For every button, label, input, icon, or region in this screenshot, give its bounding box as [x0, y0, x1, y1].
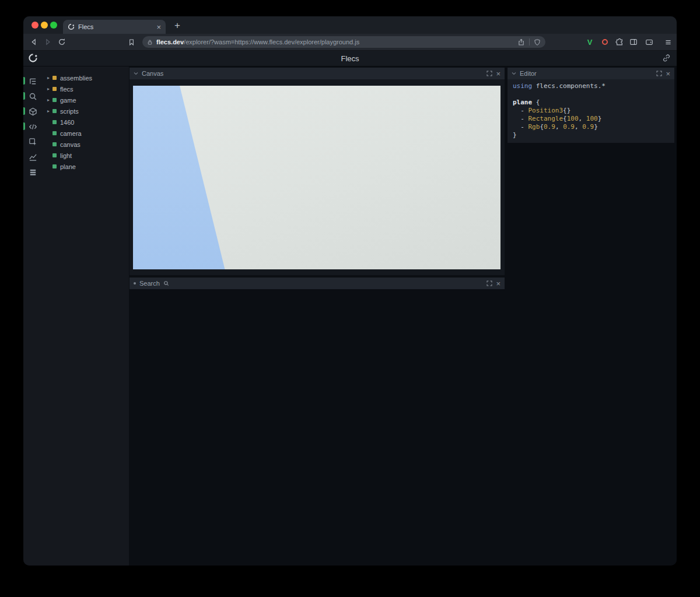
link-icon[interactable]	[662, 54, 671, 62]
expand-icon[interactable]	[487, 280, 492, 286]
screen: Flecs × + flecs.dev/explor	[0, 0, 700, 597]
close-window-button[interactable]	[32, 22, 38, 29]
expand-arrow-icon[interactable]: ▸	[47, 86, 52, 92]
minimize-window-button[interactable]	[41, 22, 48, 29]
extension-v-icon[interactable]: V	[584, 37, 595, 47]
search-panel-title: Search	[139, 280, 160, 287]
editor-panel: Editor × using flecs.components.* plane …	[508, 68, 674, 143]
url-domain: flecs.dev	[156, 38, 184, 45]
sidebar-toggle-icon[interactable]	[628, 37, 639, 47]
expand-arrow-icon[interactable]: ▸	[47, 108, 52, 114]
page-title: Flecs	[23, 51, 677, 66]
entity-color-swatch	[52, 131, 57, 135]
entity-color-swatch	[52, 98, 57, 102]
editor-code[interactable]: using flecs.components.* plane { - Posit…	[508, 79, 674, 143]
expand-arrow-icon[interactable]: ▸	[47, 75, 52, 80]
browser-tab[interactable]: Flecs ×	[63, 20, 166, 34]
entity-label: scripts	[60, 108, 79, 115]
stats-icon[interactable]	[23, 164, 42, 180]
menu-icon[interactable]	[663, 37, 673, 47]
canvas-viewport[interactable]	[133, 86, 501, 269]
entity-label: light	[60, 152, 72, 159]
entity-label: plane	[60, 163, 76, 170]
tab-title: Flecs	[78, 23, 153, 30]
canvas-panel-header: Canvas ×	[130, 68, 505, 79]
code-line: }	[513, 131, 669, 139]
collapsed-dot-icon[interactable]	[134, 282, 136, 285]
chevron-down-icon[interactable]	[512, 72, 516, 75]
close-icon[interactable]: ×	[496, 280, 501, 287]
close-icon[interactable]: ×	[666, 70, 670, 78]
tree-item-assemblies[interactable]: ▸assemblies	[42, 72, 129, 83]
entity-label: flecs	[60, 86, 74, 93]
chart-icon[interactable]	[23, 149, 42, 164]
forward-icon[interactable]	[43, 37, 53, 47]
active-indicator	[23, 92, 25, 100]
entity-label: canvas	[60, 141, 80, 148]
nav-bar: flecs.dev/explorer/?wasm=https://www.fle…	[23, 34, 677, 51]
code-line: - Rgb{0.9, 0.9, 0.9}	[513, 123, 669, 131]
extensions-puzzle-icon[interactable]	[614, 37, 625, 47]
lock-icon	[147, 39, 153, 45]
share-icon[interactable]	[517, 38, 525, 46]
active-indicator	[23, 107, 25, 115]
entity-label: game	[60, 97, 76, 104]
code-line: plane {	[513, 99, 669, 107]
entity-label: 1460	[60, 119, 74, 126]
entity-color-swatch	[52, 76, 57, 80]
expand-icon[interactable]	[656, 71, 662, 76]
tree-item-light[interactable]: light	[42, 150, 129, 161]
bookmark-icon[interactable]	[126, 37, 136, 47]
divider	[529, 38, 530, 45]
cube-icon[interactable]	[23, 104, 42, 119]
search-icon[interactable]	[23, 89, 42, 104]
scene-sky	[133, 86, 501, 269]
entity-color-swatch	[52, 87, 57, 91]
magnifier-icon	[163, 280, 169, 286]
url-text: flecs.dev/explorer/?wasm=https://www.fle…	[156, 38, 514, 45]
zoom-window-button[interactable]	[50, 22, 57, 29]
tree-icon[interactable]	[23, 73, 42, 89]
page-body: ▸assemblies▸flecs▸game▸scripts1460camera…	[23, 66, 677, 566]
page: Flecs	[23, 51, 677, 566]
chevron-down-icon[interactable]	[134, 72, 138, 75]
back-icon[interactable]	[29, 37, 39, 47]
window-controls	[32, 22, 57, 29]
url-path: /explorer/?wasm=https://www.flecs.dev/ex…	[184, 38, 359, 45]
search-panel-header: Search ×	[130, 278, 505, 289]
tree-item-scripts[interactable]: ▸scripts	[42, 106, 129, 117]
flecs-favicon-icon	[68, 23, 75, 30]
tree-item-game[interactable]: ▸game	[42, 94, 129, 106]
wallet-icon[interactable]	[644, 37, 654, 47]
entity-color-swatch	[52, 153, 57, 157]
close-icon[interactable]: ×	[496, 70, 501, 78]
app-header: Flecs	[23, 51, 677, 66]
code-icon[interactable]	[23, 119, 42, 134]
browser-window: Flecs × + flecs.dev/explor	[23, 16, 677, 566]
code-line: - Position3{}	[513, 107, 669, 115]
new-tab-button[interactable]: +	[170, 19, 184, 33]
tree-item-flecs[interactable]: ▸flecs	[42, 83, 129, 94]
active-indicator	[23, 122, 25, 130]
tree-item-canvas[interactable]: canvas	[42, 139, 129, 150]
active-indicator	[23, 77, 25, 85]
inspect-icon[interactable]	[23, 134, 42, 149]
reload-icon[interactable]	[57, 37, 67, 47]
extension-ring-icon[interactable]	[600, 37, 610, 47]
expand-arrow-icon[interactable]: ▸	[47, 97, 52, 103]
brave-shield-icon[interactable]	[534, 38, 541, 46]
tree-item-camera[interactable]: camera	[42, 128, 129, 139]
address-bar[interactable]: flecs.dev/explorer/?wasm=https://www.fle…	[142, 36, 545, 48]
tree-item-1460[interactable]: 1460	[42, 117, 129, 128]
entity-color-swatch	[52, 142, 57, 146]
code-line: using flecs.components.*	[513, 82, 669, 90]
tree-item-plane[interactable]: plane	[42, 161, 129, 172]
entity-color-swatch	[52, 120, 57, 124]
main-area: Canvas ×	[129, 66, 677, 566]
entity-tree: ▸assemblies▸flecs▸game▸scripts1460camera…	[42, 66, 129, 566]
entity-color-swatch	[52, 109, 57, 113]
tab-close-icon[interactable]: ×	[156, 23, 161, 31]
canvas-panel-title: Canvas	[142, 70, 163, 77]
expand-icon[interactable]	[487, 71, 492, 76]
editor-panel-title: Editor	[520, 70, 537, 77]
